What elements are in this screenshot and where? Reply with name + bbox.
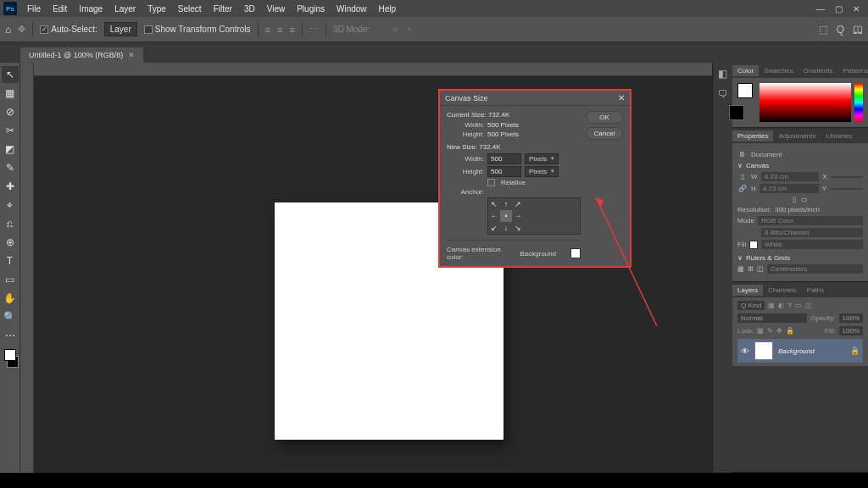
filter-smart-icon[interactable]: ◫ [805, 302, 812, 309]
tab-properties[interactable]: Properties [732, 130, 773, 141]
ruler-horizontal[interactable] [34, 63, 712, 76]
prop-width[interactable]: 4.23 cm [761, 172, 820, 181]
align-icon[interactable]: ≡ [277, 25, 282, 35]
anchor-e[interactable]: → [512, 210, 524, 222]
layer-name[interactable]: Background [778, 347, 815, 355]
eyedropper-tool[interactable]: ✎ [2, 159, 19, 176]
relative-checkbox[interactable] [487, 179, 495, 186]
color-spectrum[interactable] [760, 83, 851, 122]
dialog-close-icon[interactable]: ✕ [618, 93, 625, 103]
tab-paths[interactable]: Paths [802, 285, 829, 296]
cloud-icon[interactable]: Q [837, 24, 844, 36]
tab-patterns[interactable]: Patterns [838, 65, 869, 76]
distribute-icon[interactable]: ⋯ [309, 24, 319, 35]
anchor-center[interactable]: • [500, 210, 512, 222]
lock-all-icon[interactable]: 🔒 [786, 327, 794, 335]
auto-select-checkbox[interactable] [40, 25, 48, 34]
visibility-icon[interactable]: 👁 [741, 347, 749, 356]
ruler-unit-dropdown[interactable]: Centimeters [767, 264, 863, 274]
hue-slider[interactable] [854, 83, 863, 122]
anchor-grid[interactable]: ↖↑↗ ←•→ ↙↓↘ [487, 197, 581, 235]
more-tools[interactable]: ⋯ [2, 327, 19, 344]
stamp-tool[interactable]: ⎌ [2, 215, 19, 232]
lock-position-icon[interactable]: ✥ [776, 327, 782, 335]
anchor-sw[interactable]: ↙ [488, 222, 500, 234]
window-maximize[interactable]: ▢ [835, 4, 843, 14]
align-icon[interactable]: ≡ [289, 25, 294, 35]
tab-gradients[interactable]: Gradients [798, 65, 838, 76]
landscape-icon[interactable]: ▭ [801, 196, 808, 203]
menu-type[interactable]: Type [142, 3, 171, 15]
move-tool[interactable]: ↖ [2, 66, 19, 83]
hand-tool[interactable]: ✋ [2, 290, 19, 307]
filter-type-icon[interactable]: T [787, 302, 792, 309]
lasso-tool[interactable]: ⊘ [2, 103, 19, 120]
layer-row-background[interactable]: 👁 Background 🔒 [737, 339, 863, 363]
anchor-w[interactable]: ← [488, 210, 500, 222]
extension-color-dropdown[interactable]: Background [520, 250, 567, 258]
canvas-section[interactable]: Canvas [746, 162, 769, 169]
brush-tool[interactable]: ⌖ [2, 197, 19, 214]
foreground-color[interactable] [4, 349, 16, 361]
filter-adjust-icon[interactable]: ◐ [778, 302, 784, 309]
tab-color[interactable]: Color [732, 65, 759, 76]
3d-icon[interactable]: ◈ [392, 24, 398, 35]
search-icon[interactable]: ⬚ [819, 24, 828, 36]
height-unit-dropdown[interactable]: Pixels [525, 166, 559, 177]
mode-dropdown[interactable]: RGB Color [758, 216, 863, 225]
tab-channels[interactable]: Channels [763, 285, 802, 296]
auto-select-dropdown[interactable]: Layer [104, 22, 137, 36]
fill-field[interactable]: 100% [839, 326, 863, 336]
opacity-field[interactable]: 100% [839, 313, 863, 323]
filter-pixel-icon[interactable]: ▦ [768, 302, 775, 309]
window-minimize[interactable]: — [816, 4, 825, 14]
menu-help[interactable]: Help [374, 3, 402, 15]
portrait-icon[interactable]: ▯ [793, 196, 796, 203]
tab-layers[interactable]: Layers [732, 285, 763, 296]
menu-view[interactable]: View [262, 3, 291, 15]
width-unit-dropdown[interactable]: Pixels [525, 153, 559, 164]
menu-window[interactable]: Window [331, 3, 372, 15]
bits-dropdown[interactable]: 8 Bits/Channel [761, 228, 863, 237]
anchor-s[interactable]: ↓ [500, 222, 512, 234]
eraser-tool[interactable]: ⊕ [2, 234, 19, 251]
marquee-tool[interactable]: ▦ [2, 85, 19, 102]
fill-dropdown[interactable]: White [761, 240, 863, 249]
ruler-vertical[interactable] [20, 63, 34, 473]
menu-select[interactable]: Select [173, 3, 207, 15]
frame-tool[interactable]: ◩ [2, 141, 19, 158]
blend-mode-dropdown[interactable]: Normal [737, 313, 807, 323]
3d-icon[interactable]: ⬚ [376, 24, 385, 35]
layer-thumbnail[interactable] [754, 341, 773, 360]
prop-height[interactable]: 4.23 cm [760, 184, 819, 193]
tab-libraries[interactable]: Libraries [821, 130, 858, 141]
lock-transparency-icon[interactable]: ▦ [757, 327, 764, 335]
home-icon[interactable]: ⌂ [5, 24, 11, 36]
type-tool[interactable]: T [2, 252, 19, 269]
3d-icon[interactable]: ✦ [405, 24, 413, 35]
fill-swatch[interactable] [749, 241, 758, 249]
anchor-ne[interactable]: ↗ [512, 198, 524, 210]
lock-pixels-icon[interactable]: ✎ [767, 327, 773, 335]
menu-edit[interactable]: Edit [47, 3, 72, 15]
align-icon[interactable]: ≡ [265, 25, 270, 35]
rulers-section[interactable]: Rulers & Grids [746, 254, 790, 262]
orientation-icon[interactable]: ▯ [737, 173, 748, 180]
filter-shape-icon[interactable]: ▭ [795, 302, 802, 309]
document-tab[interactable]: Untitled-1 @ 100% (RGB/8) ✕ [20, 47, 143, 63]
zoom-tool[interactable]: 🔍 [2, 308, 19, 325]
close-tab-icon[interactable]: ✕ [128, 51, 135, 59]
grid-icon[interactable]: ⊞ [748, 265, 754, 273]
heal-tool[interactable]: ✚ [2, 178, 19, 195]
comments-icon[interactable]: 🗨 [718, 88, 728, 100]
lock-icon[interactable]: 🔒 [850, 347, 860, 355]
shape-tool[interactable]: ▭ [2, 271, 19, 288]
anchor-nw[interactable]: ↖ [488, 198, 500, 210]
anchor-se[interactable]: ↘ [512, 222, 524, 234]
link-icon[interactable]: 🔗 [737, 185, 748, 192]
ok-button[interactable]: OK [586, 111, 623, 124]
share-icon[interactable]: 🕮 [853, 24, 863, 36]
new-height-input[interactable] [487, 166, 521, 177]
crop-tool[interactable]: ✂ [2, 122, 19, 139]
show-transform-checkbox[interactable] [144, 25, 153, 34]
